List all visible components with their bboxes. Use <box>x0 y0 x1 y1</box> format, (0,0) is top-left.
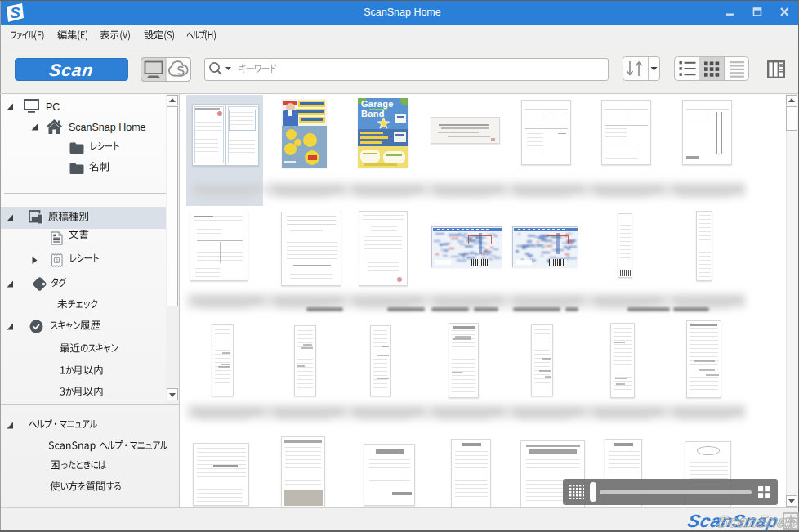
svg-text:$: $ <box>56 257 59 262</box>
svg-text:S: S <box>10 4 20 21</box>
